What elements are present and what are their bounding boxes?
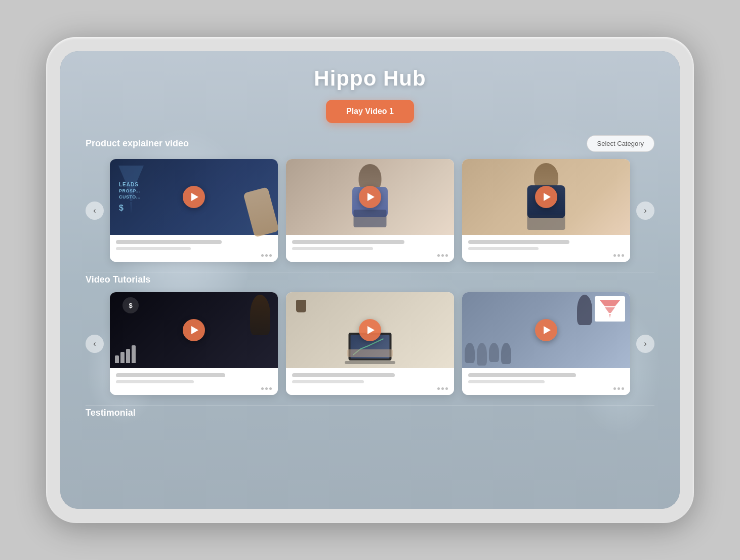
dot-3c [622, 254, 624, 257]
video-tutorials-carousel: ‹ [86, 292, 654, 395]
hands-hint [347, 349, 393, 357]
card-info-1 [110, 235, 278, 262]
section-title-tutorials: Video Tutorials [86, 274, 150, 285]
svg-marker-3 [600, 300, 620, 306]
product-explainer-section: Product explainer video Select Category … [86, 135, 654, 262]
card-subtitle-bar-2 [292, 247, 373, 250]
header-section: Hippo Hub Play Video 1 [86, 66, 654, 123]
card-dots-1 [116, 254, 272, 257]
section-title-product: Product explainer video [86, 138, 189, 149]
card-info-2 [286, 235, 454, 262]
card-thumbnail-4: $ [110, 292, 278, 368]
chevron-right-icon-2: › [644, 339, 646, 348]
svg-marker-1 [126, 184, 136, 201]
card-info-5 [286, 368, 454, 395]
video-card-2 [286, 159, 454, 262]
play-button-card-6[interactable] [535, 319, 557, 341]
card-subtitle-bar-1 [116, 247, 191, 250]
play-button-card-3[interactable] [535, 186, 557, 208]
carousel-next-button-1[interactable]: › [636, 202, 654, 220]
laptop-base [345, 361, 395, 364]
audience-3 [489, 343, 499, 362]
card-thumbnail-5 [286, 292, 454, 368]
woman-silhouette [250, 295, 270, 335]
laptop-hint-2 [354, 210, 387, 227]
video-tutorials-section: Video Tutorials ‹ [86, 274, 654, 395]
dot-4a [261, 387, 264, 390]
card-dots-3 [468, 254, 624, 257]
chevron-left-icon-2: ‹ [93, 339, 96, 348]
card-subtitle-bar-4 [116, 380, 194, 383]
chevron-left-icon: ‹ [93, 206, 96, 215]
svg-marker-0 [118, 166, 144, 183]
dot-5a [437, 387, 440, 390]
play-icon-3 [544, 193, 551, 201]
play-icon-5 [367, 326, 375, 334]
play-button-card-4[interactable] [183, 319, 205, 341]
section-header-testimonial: Testimonial [86, 408, 654, 418]
dot-1a [261, 254, 264, 257]
dot-3a [613, 254, 616, 257]
dot-2a [437, 254, 440, 257]
dot-5b [441, 387, 444, 390]
dot-2b [441, 254, 444, 257]
product-explainer-carousel: ‹ LEADS PROSP... CUSTO... [86, 159, 654, 262]
tablet-frame: Hippo Hub Play Video 1 Product explainer… [46, 37, 694, 523]
main-content: Hippo Hub Play Video 1 Product explainer… [60, 51, 680, 509]
dot-2c [445, 254, 448, 257]
card-subtitle-bar-3 [468, 247, 539, 250]
card-info-3 [462, 235, 630, 262]
chart-bars [115, 345, 136, 363]
play-icon-6 [544, 326, 551, 334]
card-subtitle-bar-6 [468, 380, 545, 383]
play-button-card-5[interactable] [359, 319, 381, 341]
play-video-button[interactable]: Play Video 1 [326, 100, 414, 123]
divider-2 [86, 405, 654, 406]
product-cards-row: LEADS PROSP... CUSTO... $ [110, 159, 630, 262]
card-thumbnail-6 [462, 292, 630, 368]
bar-3 [126, 349, 130, 363]
audience-hints [465, 343, 511, 366]
card-title-bar-1 [116, 240, 222, 244]
card-dots-4 [116, 387, 272, 390]
dot-3b [618, 254, 620, 257]
dot-1b [265, 254, 268, 257]
card-title-bar-5 [292, 373, 395, 377]
audience-1 [465, 343, 475, 363]
dollar-bubble: $ [122, 297, 139, 313]
card-info-6 [462, 368, 630, 395]
bar-4 [132, 345, 136, 363]
card-title-bar-6 [468, 373, 576, 377]
dot-5c [445, 387, 448, 390]
dot-6a [613, 387, 616, 390]
testimonial-section: Testimonial [86, 408, 654, 418]
audience-4 [501, 343, 511, 364]
laptop-hint-3 [527, 215, 565, 230]
audience-2 [477, 343, 487, 366]
video-card-5 [286, 292, 454, 395]
section-title-testimonial: Testimonial [86, 408, 136, 418]
card-thumbnail-2 [286, 159, 454, 235]
tablet-screen: Hippo Hub Play Video 1 Product explainer… [60, 51, 680, 509]
play-icon-4 [191, 326, 198, 334]
video-card-4: $ [110, 292, 278, 395]
card-subtitle-bar-5 [292, 380, 364, 383]
presenter-silhouette [577, 295, 592, 325]
card-thumbnail-1: LEADS PROSP... CUSTO... $ [110, 159, 278, 235]
play-button-card-1[interactable] [183, 186, 205, 208]
dot-6b [618, 387, 620, 390]
svg-marker-5 [609, 314, 611, 318]
play-button-card-2[interactable] [359, 186, 381, 208]
carousel-prev-button-2[interactable]: ‹ [86, 335, 104, 353]
glasses-hint-3 [498, 164, 509, 176]
section-header-product: Product explainer video Select Category [86, 135, 654, 152]
carousel-next-button-2[interactable]: › [636, 335, 654, 353]
chevron-right-icon: › [644, 206, 646, 215]
dot-4b [265, 387, 268, 390]
card-dots-5 [292, 387, 448, 390]
dot-6c [622, 387, 624, 390]
carousel-prev-button-1[interactable]: ‹ [86, 202, 104, 220]
whiteboard-funnel-svg [597, 299, 623, 319]
svg-marker-4 [605, 307, 615, 313]
select-category-button[interactable]: Select Category [587, 135, 655, 152]
